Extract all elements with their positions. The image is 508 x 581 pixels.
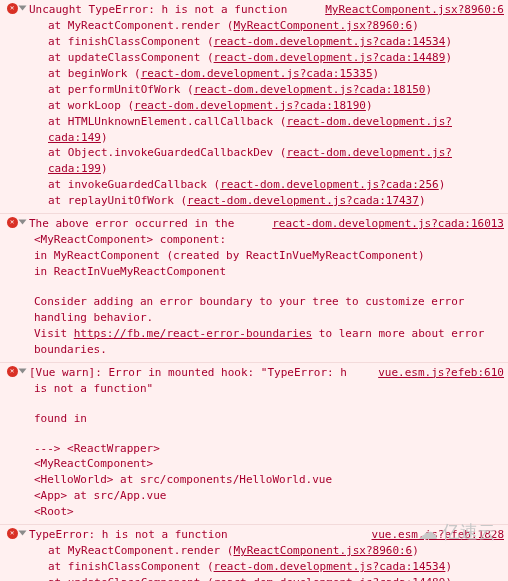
- disclosure-triangle-icon[interactable]: [19, 531, 27, 536]
- disclosure-triangle-icon[interactable]: [19, 220, 27, 225]
- stack-frame: at finishClassComponent (react-dom.devel…: [20, 34, 504, 50]
- error-body: is not a function" found in ---> <ReactW…: [20, 381, 504, 521]
- doc-link[interactable]: https://fb.me/react-error-boundaries: [74, 327, 312, 340]
- stack-link[interactable]: react-dom.development.js?cada:18150: [194, 83, 426, 96]
- console-panel: Uncaught TypeError: h is not a function …: [0, 0, 508, 581]
- source-link[interactable]: vue.esm.js?efeb:1828: [364, 527, 504, 543]
- stack-link[interactable]: react-dom.development.js?cada:18190: [134, 99, 366, 112]
- stack-link[interactable]: react-dom.development.js?cada:256: [220, 178, 439, 191]
- stack-frame: at updateClassComponent (react-dom.devel…: [20, 50, 504, 66]
- stack-frame: at workLoop (react-dom.development.js?ca…: [20, 98, 504, 114]
- stack-frame: at performUnitOfWork (react-dom.developm…: [20, 82, 504, 98]
- error-body: <MyReactComponent> component: in MyReact…: [20, 232, 504, 358]
- source-link[interactable]: react-dom.development.js?cada:16013: [264, 216, 504, 232]
- stack-frame: at updateClassComponent (react-dom.devel…: [20, 575, 504, 581]
- disclosure-triangle-icon[interactable]: [19, 6, 27, 11]
- stack-link[interactable]: react-dom.development.js?cada:14534: [214, 560, 446, 573]
- stack-trace: at MyReactComponent.render (MyReactCompo…: [20, 543, 504, 581]
- console-error-entry[interactable]: [Vue warn]: Error in mounted hook: "Type…: [0, 363, 508, 526]
- source-link[interactable]: MyReactComponent.jsx?8960:6: [317, 2, 504, 18]
- console-error-entry[interactable]: Uncaught TypeError: h is not a function …: [0, 0, 508, 214]
- disclosure-triangle-icon[interactable]: [19, 368, 27, 373]
- stack-link[interactable]: MyReactComponent.jsx?8960:6: [233, 19, 412, 32]
- stack-link[interactable]: react-dom.development.js?cada:17437: [187, 194, 419, 207]
- error-headline: The above error occurred in the: [20, 216, 264, 232]
- stack-frame: at Object.invokeGuardedCallbackDev (reac…: [20, 145, 504, 177]
- stack-frame: at MyReactComponent.render (MyReactCompo…: [20, 18, 504, 34]
- stack-frame: at HTMLUnknownElement.callCallback (reac…: [20, 114, 504, 146]
- error-headline: Uncaught TypeError: h is not a function: [20, 2, 317, 18]
- source-link[interactable]: vue.esm.js?efeb:610: [370, 365, 504, 381]
- stack-link[interactable]: react-dom.development.js?cada:14489: [214, 51, 446, 64]
- stack-link[interactable]: MyReactComponent.jsx?8960:6: [233, 544, 412, 557]
- console-error-entry[interactable]: TypeError: h is not a function vue.esm.j…: [0, 525, 508, 581]
- stack-link[interactable]: react-dom.development.js?cada:14489: [214, 576, 446, 581]
- console-error-entry[interactable]: The above error occurred in the react-do…: [0, 214, 508, 363]
- stack-frame: at invokeGuardedCallback (react-dom.deve…: [20, 177, 504, 193]
- error-headline: [Vue warn]: Error in mounted hook: "Type…: [20, 365, 370, 381]
- stack-frame: at beginWork (react-dom.development.js?c…: [20, 66, 504, 82]
- stack-frame: at replayUnitOfWork (react-dom.developme…: [20, 193, 504, 209]
- stack-frame: at MyReactComponent.render (MyReactCompo…: [20, 543, 504, 559]
- stack-trace: at MyReactComponent.render (MyReactCompo…: [20, 18, 504, 209]
- stack-link[interactable]: react-dom.development.js?cada:15335: [141, 67, 373, 80]
- error-headline: TypeError: h is not a function: [20, 527, 364, 543]
- stack-link[interactable]: react-dom.development.js?cada:14534: [214, 35, 446, 48]
- stack-frame: at finishClassComponent (react-dom.devel…: [20, 559, 504, 575]
